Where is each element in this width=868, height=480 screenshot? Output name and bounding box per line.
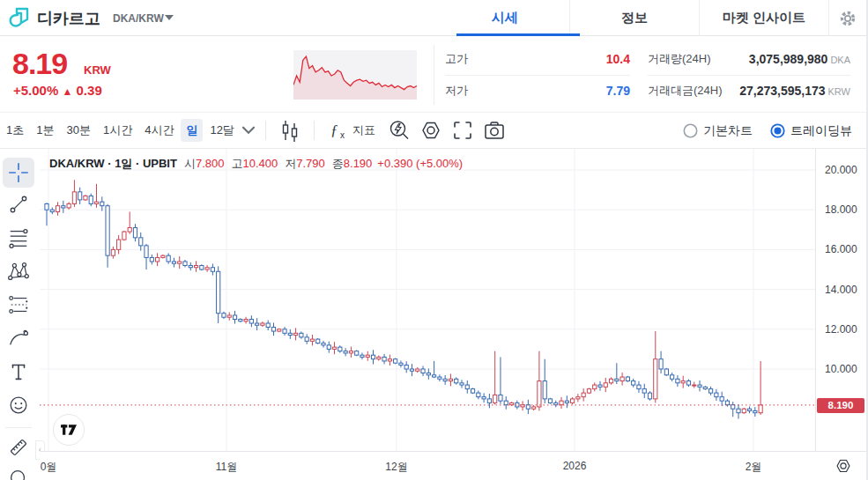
interval-button-1시간[interactable]: 1시간: [98, 119, 137, 142]
fib-retracement-tool-icon[interactable]: [3, 223, 34, 253]
low-label: 저가: [445, 83, 468, 99]
time-axis[interactable]: 0월11월12월20262월: [40, 451, 868, 480]
radio-tradingview-chart[interactable]: 트레이딩뷰: [770, 123, 852, 139]
low-value: 7.79: [606, 84, 630, 98]
drawing-toolbar: [0, 149, 39, 480]
price-tick-label: 20.000: [825, 164, 857, 176]
tradingview-logo[interactable]: [53, 414, 85, 446]
chart-legend: DKA/KRW · 1일 · UPBIT시7.800고10.400저7.790종…: [49, 156, 463, 172]
interval-button-1초[interactable]: 1초: [1, 119, 29, 142]
indicator-fx-icon[interactable]: ƒ x: [327, 119, 350, 142]
crosshair-tool-icon[interactable]: [3, 158, 34, 188]
volume-value: 3,075,989,980DKA: [749, 52, 850, 66]
up-arrow-icon: ▲: [62, 85, 72, 98]
chart-toolbar: 1초1분30분1시간4시간일12달 ƒ x 지표: [0, 113, 868, 149]
legend-title: DKA/KRW · 1일 · UPBIT: [49, 157, 177, 170]
coin-dropdown-caret-icon[interactable]: [164, 13, 174, 22]
interval-button-1분[interactable]: 1분: [31, 119, 59, 142]
high-value: 10.4: [606, 52, 630, 66]
high-label: 고가: [445, 51, 468, 67]
trade-value-label: 거래대금(24H): [648, 83, 723, 99]
brush-tool-icon[interactable]: [3, 323, 34, 353]
legend-key: 시: [184, 157, 196, 170]
magnet-mode-icon[interactable]: [388, 119, 411, 142]
price-tick-label: 18.000: [825, 203, 857, 216]
price-tick-label: 14.000: [825, 284, 857, 296]
chart-settings-icon[interactable]: [419, 119, 442, 142]
zoom-tool-icon[interactable]: [3, 466, 34, 480]
header-divider: [828, 0, 829, 36]
price-change: +5.00% ▲ 0.39: [13, 83, 102, 98]
current-price-badge: 8.190: [817, 398, 864, 413]
fullscreen-icon[interactable]: [451, 119, 474, 142]
legend-change: +0.390 (+5.00%): [377, 157, 463, 170]
trade-value-value: 27,273,595,173KRW: [739, 84, 850, 98]
volume-label: 거래량(24H): [648, 51, 711, 67]
stats-column-2: 거래량(24H) 3,075,989,980DKA 거래대금(24H) 27,2…: [648, 36, 850, 113]
legend-value: 10.400: [242, 157, 278, 170]
legend-value: 7.800: [196, 157, 225, 170]
legend-value: 8.190: [344, 157, 373, 170]
chart-type-switch: 기본차트 트레이딩뷰: [683, 113, 852, 149]
interval-button-12달[interactable]: 12달: [204, 119, 239, 142]
header-tabs: 시세 정보 마켓 인사이트: [441, 0, 828, 36]
price-tick-label: 10.000: [825, 363, 857, 375]
candlestick-style-icon[interactable]: [278, 119, 301, 142]
current-price: 8.19: [12, 47, 67, 81]
chart-area: ‹ DKA/KRW · 1일 · UPBIT시7.800고10.400저7.79…: [0, 149, 868, 480]
price-tick-label: 16.000: [825, 243, 857, 255]
stats-column-1: 고가 10.4 저가 7.79: [445, 36, 630, 113]
tab-market-price[interactable]: 시세: [441, 0, 569, 36]
emoji-tool-icon[interactable]: [3, 390, 34, 420]
high-row: 고가 10.4: [445, 52, 630, 66]
interval-button-30분[interactable]: 30분: [61, 119, 95, 142]
legend-key: 종: [332, 157, 344, 170]
radio-selected-icon: [770, 123, 785, 138]
info-divider: [434, 45, 434, 105]
coin-detail-page: 디카르고 DKA/KRW 시세 정보 마켓 인사이트 8.19 KRW +5.0…: [0, 0, 868, 480]
time-tick-label: 2월: [746, 460, 762, 475]
header: 디카르고 DKA/KRW 시세 정보 마켓 인사이트: [0, 0, 868, 36]
radio-unselected-icon: [683, 123, 698, 138]
interval-button-일[interactable]: 일: [181, 119, 203, 142]
long-position-tool-icon[interactable]: [3, 290, 34, 320]
time-tick-label: 11월: [216, 460, 237, 475]
axis-settings-icon[interactable]: [835, 457, 852, 475]
coin-name: 디카르고: [37, 8, 100, 29]
legend-key: 고: [231, 157, 242, 170]
price-tick-label: 12.000: [825, 323, 857, 336]
text-tool-icon[interactable]: [3, 357, 34, 387]
radio-basic-chart[interactable]: 기본차트: [683, 123, 753, 139]
trend-line-tool-icon[interactable]: [3, 189, 34, 219]
candlestick-chart[interactable]: [40, 149, 815, 451]
price-info-panel: 8.19 KRW +5.00% ▲ 0.39 고가 10.4 저가 7.79 거…: [0, 36, 868, 113]
time-tick-label: 0월: [41, 460, 57, 475]
time-tick-label: 12월: [385, 460, 407, 475]
price-currency: KRW: [84, 63, 111, 77]
xabcd-pattern-tool-icon[interactable]: [3, 256, 34, 286]
tab-info[interactable]: 정보: [569, 0, 699, 36]
svg-text:x: x: [340, 130, 345, 140]
legend-key: 저: [285, 157, 296, 170]
svg-text:ƒ: ƒ: [330, 122, 338, 138]
interval-buttons: 1초1분30분1시간4시간일12달: [0, 119, 240, 142]
measure-ruler-tool-icon[interactable]: [3, 432, 34, 462]
time-tick-label: 2026: [563, 460, 587, 472]
screenshot-camera-icon[interactable]: [483, 119, 506, 142]
low-row: 저가 7.79: [445, 84, 630, 98]
coin-pair: DKA/KRW: [113, 12, 164, 25]
interval-button-4시간[interactable]: 4시간: [139, 119, 179, 142]
mini-sparkline-chart: [293, 50, 417, 100]
volume-row: 거래량(24H) 3,075,989,980DKA: [648, 52, 850, 66]
indicator-label[interactable]: 지표: [352, 122, 375, 138]
settings-gear-icon[interactable]: [838, 9, 857, 28]
legend-value: 7.790: [296, 157, 325, 170]
tab-market-insight[interactable]: 마켓 인사이트: [699, 0, 828, 36]
trade-value-row: 거래대금(24H) 27,273,595,173KRW: [648, 84, 850, 98]
interval-dropdown-caret-icon[interactable]: [241, 119, 256, 142]
dkargo-logo-icon: [8, 7, 31, 29]
